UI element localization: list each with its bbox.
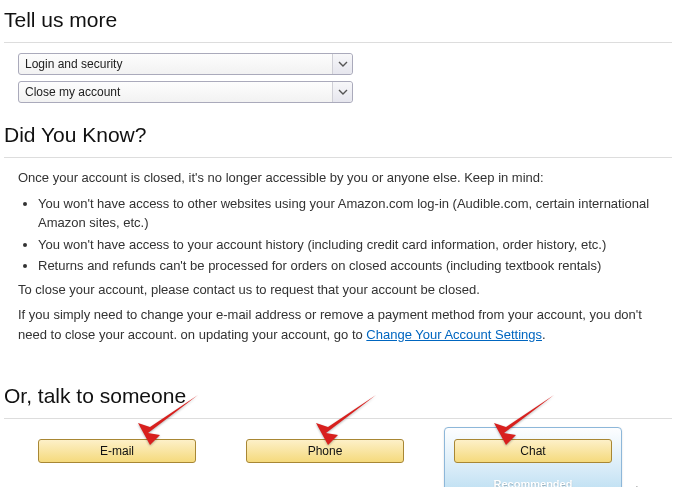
recommended-label: Recommended — [445, 478, 621, 487]
topic-dropdown-2-wrap: Close my account — [18, 81, 353, 103]
topic-dropdown-2[interactable]: Close my account — [18, 81, 353, 103]
did-you-know-title: Did You Know? — [4, 123, 672, 149]
chat-cell: Recommended Chat — [454, 439, 612, 463]
phone-cell: Phone — [246, 439, 404, 463]
topic-dropdown-1-wrap: Login and security — [18, 53, 353, 75]
alt-text-part: If you simply need to change your e-mail… — [18, 307, 642, 342]
intro-text: Once your account is closed, it's no lon… — [18, 168, 662, 188]
bullet-list: You won't have access to other websites … — [38, 194, 662, 276]
phone-button[interactable]: Phone — [246, 439, 404, 463]
change-account-settings-link[interactable]: Change Your Account Settings — [366, 327, 542, 342]
tell-us-more-title: Tell us more — [4, 8, 672, 34]
email-cell: E-mail — [38, 439, 196, 463]
divider — [4, 42, 672, 43]
close-account-text: To close your account, please contact us… — [18, 280, 662, 300]
list-item: Returns and refunds can't be processed f… — [38, 256, 662, 276]
list-item: You won't have access to your account hi… — [38, 235, 662, 255]
talk-to-someone-title: Or, talk to someone — [4, 384, 672, 410]
topic-dropdown-1[interactable]: Login and security — [18, 53, 353, 75]
alt-action-text: If you simply need to change your e-mail… — [18, 305, 662, 344]
divider — [4, 157, 672, 158]
chat-button[interactable]: Chat — [454, 439, 612, 463]
alt-text-period: . — [542, 327, 546, 342]
list-item: You won't have access to other websites … — [38, 194, 662, 233]
email-button[interactable]: E-mail — [38, 439, 196, 463]
contact-options-row: E-mail Phone Recommended Chat — [4, 429, 672, 483]
divider — [4, 418, 672, 419]
did-you-know-content: Once your account is closed, it's no lon… — [4, 168, 672, 344]
